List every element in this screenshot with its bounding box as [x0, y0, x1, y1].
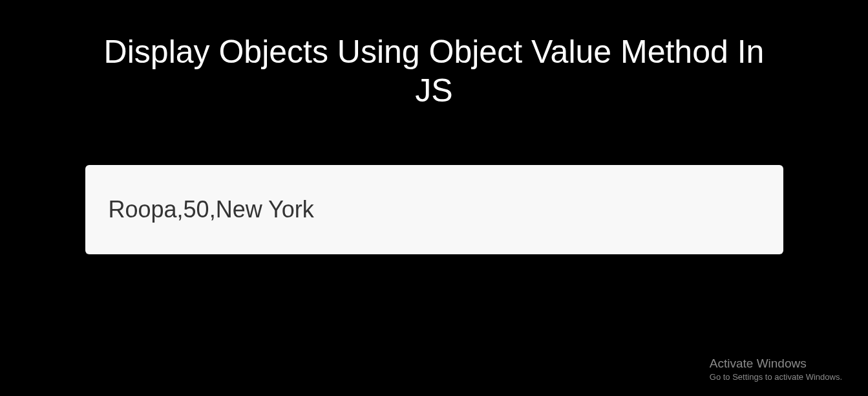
- output-container: Roopa,50,New York: [85, 165, 783, 254]
- page-title: Display Objects Using Object Value Metho…: [95, 0, 774, 110]
- watermark-title: Activate Windows: [710, 357, 842, 371]
- watermark-subtitle: Go to Settings to activate Windows.: [710, 372, 842, 382]
- output-value: Roopa,50,New York: [109, 196, 760, 223]
- windows-activation-watermark: Activate Windows Go to Settings to activ…: [710, 357, 842, 382]
